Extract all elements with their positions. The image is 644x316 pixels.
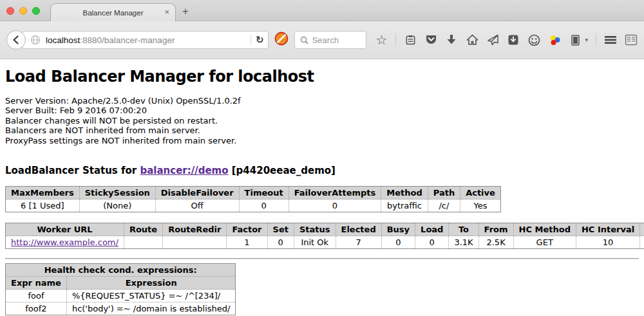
tab-groups-icon[interactable] bbox=[625, 33, 638, 46]
reading-list-icon[interactable] bbox=[404, 33, 417, 46]
page-content: Load Balancer Manager for localhost Serv… bbox=[0, 68, 644, 316]
worker-table: Worker URL Route RouteRedir Factor Set S… bbox=[5, 223, 644, 249]
home-icon[interactable] bbox=[466, 33, 478, 46]
table-row: 6 [1 Used] (None) Off 0 0 bytraffic /c/ … bbox=[6, 200, 501, 212]
col-factor: Factor bbox=[227, 223, 267, 236]
close-window-button[interactable] bbox=[6, 7, 14, 15]
send-plane-icon[interactable] bbox=[486, 33, 499, 46]
col-set: Set bbox=[267, 223, 294, 236]
col-expression: Expression bbox=[66, 277, 236, 290]
server-version-line: Server Version: Apache/2.5.0-dev (Unix) … bbox=[5, 96, 639, 106]
status-prefix: LoadBalancer Status for bbox=[5, 165, 140, 176]
col-stickysession: StickySession bbox=[79, 187, 155, 200]
col-expr-name: Expr name bbox=[6, 277, 67, 290]
toolbar-icons: ☆ ▾ bbox=[375, 33, 638, 46]
col-timeout: Timeout bbox=[239, 187, 289, 200]
health-table-title: Health check cond. expressions: bbox=[6, 264, 236, 277]
col-worker-url: Worker URL bbox=[6, 223, 124, 236]
back-button[interactable] bbox=[6, 30, 26, 50]
page-title: Load Balancer Manager for localhost bbox=[5, 68, 639, 86]
worker-row: http://www.example.com/ 1 0 Init Ok 7 0 … bbox=[6, 236, 644, 249]
section-divider bbox=[5, 258, 639, 259]
tab-title: Balancer Manager bbox=[83, 9, 144, 17]
adblock-badge-icon bbox=[274, 32, 289, 46]
col-status: Status bbox=[294, 223, 336, 236]
tab-balancer-manager[interactable]: Balancer Manager × bbox=[50, 3, 176, 21]
col-active: Active bbox=[460, 187, 501, 200]
new-tab-button[interactable]: + bbox=[182, 5, 189, 18]
title-bar: Balancer Manager × + bbox=[0, 0, 644, 21]
color-dots-icon[interactable] bbox=[548, 33, 561, 46]
reload-icon[interactable]: ↻ bbox=[256, 34, 264, 46]
inherit-notice-line: Balancers are NOT inherited from main se… bbox=[5, 125, 639, 135]
adblock-icon[interactable] bbox=[274, 32, 289, 48]
health-title-row: Health check cond. expressions: bbox=[6, 264, 236, 277]
col-routeredir: RouteRedir bbox=[163, 223, 227, 236]
tab-close-icon[interactable]: × bbox=[164, 7, 169, 17]
col-hc-method: HC Method bbox=[513, 223, 576, 236]
server-built-line: Server Built: Feb 9 2016 07:00:20 bbox=[5, 106, 639, 115]
search-icon bbox=[300, 36, 308, 44]
toolbar-divider bbox=[596, 33, 596, 46]
url-domain-text: localhost bbox=[46, 35, 80, 45]
col-busy: Busy bbox=[381, 223, 415, 236]
persist-notice-line: Balancer changes will NOT be persisted o… bbox=[5, 116, 639, 125]
feedback-smiley-icon[interactable] bbox=[527, 33, 540, 46]
col-elected: Elected bbox=[336, 223, 381, 236]
col-to: To bbox=[449, 223, 478, 236]
proxypass-notice-line: ProxyPass settings are NOT inherited fro… bbox=[5, 136, 639, 145]
pocket-icon[interactable] bbox=[424, 33, 437, 46]
health-row: foof %{REQUEST_STATUS} =~ /^[234]/ bbox=[6, 290, 236, 302]
balancer-demo-link[interactable]: balancer://demo bbox=[140, 165, 228, 176]
col-from: From bbox=[478, 223, 513, 236]
health-row: foof2 hc('body') =~ /domain is establish… bbox=[6, 302, 236, 315]
col-load: Load bbox=[415, 223, 449, 236]
back-arrow-icon bbox=[11, 35, 21, 45]
chevron-down-icon[interactable]: ▾ bbox=[585, 37, 588, 43]
container-icon[interactable] bbox=[569, 33, 582, 46]
toolbar-divider bbox=[395, 33, 396, 46]
loadbalancer-status-heading: LoadBalancer Status for balancer://demo … bbox=[5, 165, 639, 176]
traffic-lights bbox=[6, 7, 40, 15]
site-identity-globe-icon bbox=[30, 35, 41, 45]
table-header-row: MaxMembers StickySession DisableFailover… bbox=[6, 187, 501, 200]
navigation-toolbar: localhost:8880/balancer-manager ↻ Search… bbox=[0, 21, 644, 59]
col-maxmembers: MaxMembers bbox=[6, 187, 80, 200]
bookmark-star-icon[interactable]: ☆ bbox=[375, 33, 388, 46]
col-path: Path bbox=[428, 187, 460, 200]
url-path-text: :8880/balancer-manager bbox=[80, 35, 175, 45]
col-passes: Passes bbox=[640, 223, 644, 236]
col-method: Method bbox=[381, 187, 428, 200]
balancer-params-table: MaxMembers StickySession DisableFailover… bbox=[5, 186, 501, 212]
url-bar[interactable]: localhost:8880/balancer-manager ↻ bbox=[22, 31, 269, 49]
downloads-icon[interactable] bbox=[445, 33, 458, 46]
col-disablefailover: DisableFailover bbox=[155, 187, 239, 200]
col-failoverattempts: FailoverAttempts bbox=[289, 187, 381, 200]
col-hc-interval: HC Interval bbox=[576, 223, 639, 236]
minimize-window-button[interactable] bbox=[19, 7, 27, 15]
health-check-table: Health check cond. expressions: Expr nam… bbox=[5, 263, 236, 315]
worker-url-link[interactable]: http://www.example.com/ bbox=[11, 237, 118, 247]
menu-hamburger-icon[interactable] bbox=[604, 33, 617, 46]
col-route: Route bbox=[124, 223, 162, 236]
search-input[interactable]: Search bbox=[294, 31, 367, 49]
search-placeholder: Search bbox=[312, 35, 339, 45]
maximize-window-button[interactable] bbox=[32, 7, 40, 15]
table-header-row: Worker URL Route RouteRedir Factor Set S… bbox=[6, 223, 644, 236]
status-suffix: [p4420eeae_demo] bbox=[229, 165, 336, 176]
save-page-icon[interactable] bbox=[507, 33, 520, 46]
table-header-row: Expr name Expression bbox=[6, 277, 236, 290]
